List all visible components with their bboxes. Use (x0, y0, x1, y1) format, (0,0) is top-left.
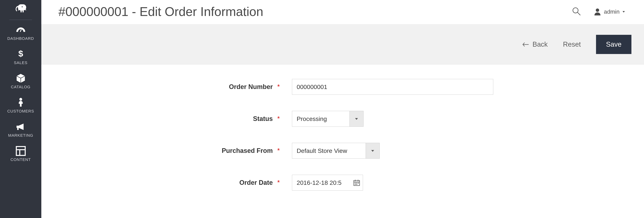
reset-button[interactable]: Reset (563, 40, 581, 48)
svg-rect-1 (20, 29, 22, 32)
status-select[interactable]: Processing (292, 111, 364, 127)
save-button[interactable]: Save (596, 35, 632, 54)
svg-rect-23 (358, 183, 359, 184)
svg-point-10 (573, 8, 578, 13)
sidebar-item-sales[interactable]: $ SALES (0, 44, 41, 68)
header-tools: admin (572, 7, 627, 17)
purchased-from-select[interactable]: Default Store View (292, 143, 380, 159)
required-marker: * (277, 147, 280, 154)
sidebar-item-catalog[interactable]: CATALOG (0, 68, 41, 93)
sidebar-item-marketing[interactable]: MARKETING (0, 117, 41, 141)
svg-rect-22 (356, 183, 357, 184)
action-toolbar: Back Reset Save (41, 24, 644, 65)
mammoth-logo-icon (14, 3, 27, 13)
purchased-from-value: Default Store View (292, 143, 366, 159)
status-select-value: Processing (292, 111, 350, 127)
chevron-down-icon[interactable] (350, 111, 364, 127)
row-status: Status * Processing (41, 111, 644, 127)
chevron-down-icon[interactable] (366, 143, 380, 159)
label-purchased-from: Purchased From * (41, 147, 285, 155)
svg-marker-13 (622, 11, 625, 12)
sidebar-item-content[interactable]: CONTENT (0, 141, 41, 165)
dashboard-icon (0, 25, 41, 35)
svg-marker-16 (371, 150, 374, 152)
sidebar: DASHBOARD $ SALES CATALOG CUSTOMERS MARK… (0, 0, 41, 218)
svg-line-11 (578, 12, 580, 15)
required-marker: * (277, 179, 280, 186)
megaphone-icon (0, 122, 41, 132)
svg-point-0 (22, 6, 23, 7)
back-button[interactable]: Back (522, 40, 548, 48)
order-date-input[interactable] (292, 175, 363, 191)
sidebar-item-label: CUSTOMERS (0, 109, 41, 114)
person-icon (0, 98, 41, 107)
svg-text:$: $ (18, 49, 23, 58)
required-marker: * (277, 83, 280, 90)
required-marker: * (277, 115, 280, 122)
svg-marker-15 (355, 118, 358, 120)
box-icon (0, 73, 41, 83)
page-header: #000000001 - Edit Order Information admi… (41, 0, 644, 24)
svg-point-12 (596, 8, 599, 12)
svg-rect-24 (355, 184, 356, 185)
reset-label: Reset (563, 40, 581, 48)
main-panel: #000000001 - Edit Order Information admi… (41, 0, 644, 218)
sidebar-item-label: CONTENT (0, 157, 41, 162)
svg-rect-6 (17, 128, 18, 130)
sidebar-item-label: DASHBOARD (0, 36, 41, 41)
page-title: #000000001 - Edit Order Information (58, 4, 263, 19)
user-icon (594, 8, 601, 15)
row-order-date: Order Date * (41, 175, 644, 191)
calendar-icon[interactable] (353, 179, 360, 186)
row-order-number: Order Number * (41, 79, 644, 95)
arrow-left-icon (522, 41, 529, 48)
row-purchased-from: Purchased From * Default Store View (41, 143, 644, 159)
svg-rect-25 (356, 184, 357, 185)
search-icon[interactable] (572, 7, 581, 17)
label-order-number: Order Number * (41, 83, 285, 91)
sidebar-item-label: MARKETING (0, 133, 41, 138)
sidebar-item-dashboard[interactable]: DASHBOARD (0, 20, 41, 44)
svg-rect-7 (16, 147, 25, 156)
sidebar-item-label: SALES (0, 60, 41, 65)
sidebar-item-label: CATALOG (0, 85, 41, 89)
sidebar-item-customers[interactable]: CUSTOMERS (0, 93, 41, 117)
user-name: admin (604, 8, 620, 15)
dollar-icon: $ (0, 49, 41, 59)
svg-rect-21 (355, 183, 356, 184)
label-order-date: Order Date * (41, 179, 285, 187)
label-status: Status * (41, 115, 285, 123)
caret-down-icon (622, 10, 625, 13)
layout-icon (0, 146, 41, 156)
user-menu[interactable]: admin (594, 8, 625, 15)
back-label: Back (532, 40, 548, 48)
svg-point-5 (19, 98, 22, 101)
order-number-input[interactable] (292, 79, 493, 95)
logo[interactable] (0, 3, 41, 20)
order-form: Order Number * Status * Processing (41, 65, 644, 191)
